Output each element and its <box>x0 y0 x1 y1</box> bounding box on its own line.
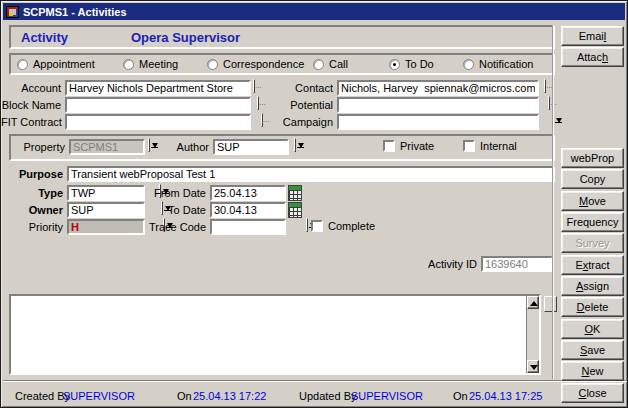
complete-checkbox-group: Complete <box>311 220 375 232</box>
internal-checkbox-group: Internal <box>463 140 517 152</box>
property-label: Property <box>13 139 65 155</box>
purpose-input[interactable] <box>67 166 555 182</box>
radio-option-call[interactable]: Call <box>313 58 348 70</box>
close-button[interactable]: Close <box>561 383 624 403</box>
property-panel: Property Author Private Internal <box>9 134 555 161</box>
supervisor-title: Opera Supervisor <box>131 28 240 48</box>
to-date-input[interactable] <box>210 202 286 218</box>
radio-meeting[interactable] <box>123 59 134 70</box>
to-date-calendar-button[interactable] <box>288 202 302 218</box>
from-date-label: From Date <box>146 185 206 201</box>
scroll-up-arrow-icon <box>530 301 538 306</box>
move-button[interactable]: Move <box>561 191 624 211</box>
campaign-input[interactable] <box>337 114 539 130</box>
footer-divider <box>3 380 627 382</box>
contact-input[interactable] <box>337 80 539 96</box>
property-dropdown-button[interactable] <box>148 138 150 152</box>
radio-notification[interactable] <box>463 59 474 70</box>
radio-label-call: Call <box>329 58 348 70</box>
private-checkbox[interactable] <box>383 140 395 152</box>
potential-lookup-button[interactable] <box>548 96 550 110</box>
notes-textarea[interactable] <box>11 296 526 373</box>
author-input[interactable] <box>213 139 289 155</box>
new-button[interactable]: New <box>561 361 624 381</box>
ok-button[interactable]: OK <box>561 319 624 339</box>
type-input[interactable] <box>67 185 145 201</box>
page-title: Activity <box>21 28 68 48</box>
private-checkbox-group: Private <box>383 140 434 152</box>
frequency-button[interactable]: Frequency <box>561 212 624 232</box>
header-panel: Activity Opera Supervisor <box>9 25 555 49</box>
updated-on-label: On <box>453 390 468 402</box>
title-bar[interactable]: SCPMS1 - Activities <box>3 3 625 20</box>
radio-appointment[interactable] <box>17 59 28 70</box>
scroll-up-button[interactable] <box>527 296 539 309</box>
owner-label: Owner <box>1 202 63 218</box>
complete-label: Complete <box>328 220 375 232</box>
created-on-value: 25.04.13 17:22 <box>193 390 266 402</box>
to-date-label: To Date <box>146 202 206 218</box>
assign-button[interactable]: Assign <box>561 276 624 296</box>
radio-label-to-do: To Do <box>405 58 434 70</box>
account-input[interactable] <box>65 80 251 96</box>
radio-label-notification: Notification <box>479 58 533 70</box>
form-divider <box>552 25 554 379</box>
email-button[interactable]: Email <box>561 26 624 46</box>
delete-button[interactable]: Delete <box>561 297 624 317</box>
private-label: Private <box>400 140 434 152</box>
priority-label: Priority <box>1 219 63 235</box>
potential-label: Potential <box>273 97 333 113</box>
activity-id-input <box>481 256 553 272</box>
block-name-label: Block Name <box>1 97 61 113</box>
trace-code-dropdown-button[interactable] <box>306 218 308 232</box>
radio-to-do[interactable] <box>389 59 400 70</box>
contact-lookup-button[interactable] <box>544 79 546 93</box>
purpose-label: Purpose <box>1 166 63 182</box>
account-lookup-button[interactable] <box>253 79 255 93</box>
fit-contract-lookup-button[interactable] <box>261 113 263 127</box>
radio-option-appointment[interactable]: Appointment <box>17 58 95 70</box>
priority-input[interactable] <box>67 219 145 235</box>
radio-label-correspondence: Correspondence <box>223 58 304 70</box>
copy-button[interactable]: Copy <box>561 169 624 189</box>
account-label: Account <box>1 80 61 96</box>
activity-type-group: AppointmentMeetingCorrespondenceCallTo D… <box>9 53 555 75</box>
radio-option-meeting[interactable]: Meeting <box>123 58 178 70</box>
attach-button[interactable]: Attach <box>561 47 624 67</box>
block-name-input[interactable] <box>65 97 251 113</box>
property-input[interactable] <box>69 139 145 155</box>
type-label: Type <box>1 185 63 201</box>
radio-option-notification[interactable]: Notification <box>463 58 533 70</box>
created-by-label: Created By <box>15 390 70 402</box>
activity-id-label: Activity ID <box>397 256 477 272</box>
activities-window: SCPMS1 - Activities Activity Opera Super… <box>0 0 628 408</box>
notes-scrollbar[interactable] <box>526 296 539 373</box>
scroll-down-arrow-icon <box>530 365 538 370</box>
extract-button[interactable]: Extract <box>561 255 624 275</box>
created-on-label: On <box>177 390 192 402</box>
trace-code-label: Trace Code <box>146 219 206 235</box>
radio-option-correspondence[interactable]: Correspondence <box>207 58 304 70</box>
scroll-down-button[interactable] <box>527 360 539 373</box>
radio-call[interactable] <box>313 59 324 70</box>
author-dropdown-button[interactable] <box>294 138 296 152</box>
window-title: SCPMS1 - Activities <box>23 6 127 18</box>
trace-code-input[interactable] <box>210 219 286 235</box>
from-date-input[interactable] <box>210 185 286 201</box>
complete-checkbox[interactable] <box>311 220 323 232</box>
save-button[interactable]: Save <box>561 340 624 360</box>
panel-handle <box>544 296 557 312</box>
from-date-calendar-button[interactable] <box>288 185 302 201</box>
internal-checkbox[interactable] <box>463 140 475 152</box>
radio-correspondence[interactable] <box>207 59 218 70</box>
created-by-value: SUPERVISOR <box>63 390 135 402</box>
form-icon <box>6 6 19 18</box>
radio-option-to-do[interactable]: To Do <box>389 58 434 70</box>
webprop-button[interactable]: webProp <box>561 148 624 168</box>
potential-input[interactable] <box>337 97 539 113</box>
owner-input[interactable] <box>67 202 145 218</box>
fit-contract-label: FIT Contract <box>1 114 61 130</box>
internal-label: Internal <box>480 140 517 152</box>
fit-contract-input[interactable] <box>65 114 251 130</box>
block-name-lookup-button[interactable] <box>257 96 259 110</box>
